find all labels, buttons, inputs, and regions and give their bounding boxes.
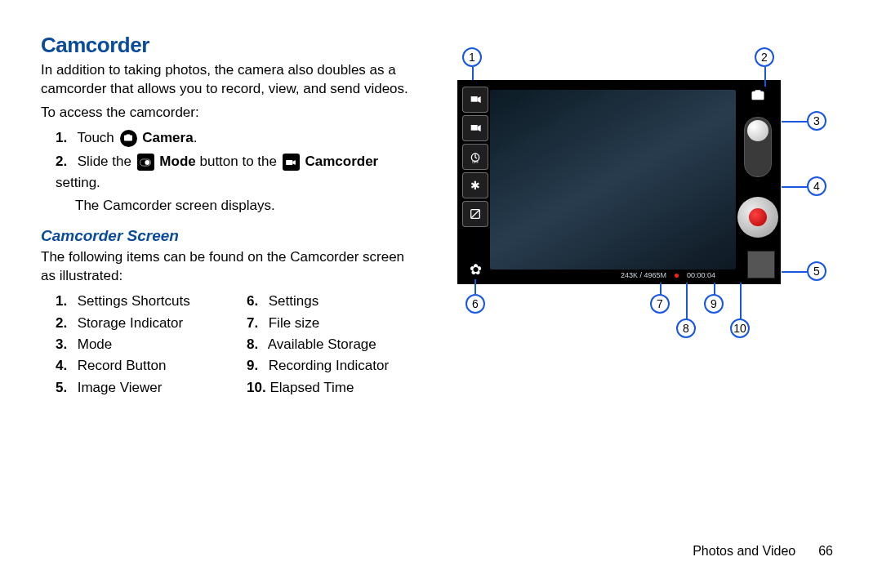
step-2-pre: Slide the bbox=[78, 154, 136, 169]
status-bar: 243K / 4965M 00:00:04 bbox=[621, 271, 715, 279]
shortcut-flash-icon bbox=[462, 115, 488, 141]
step-1-post: . bbox=[194, 130, 198, 145]
callout-3: 3 bbox=[807, 111, 826, 131]
shortcut-self-icon bbox=[462, 87, 488, 113]
svg-point-1 bbox=[145, 160, 150, 165]
svg-rect-2 bbox=[286, 160, 292, 165]
legend-item-10: 10. Elapsed Time bbox=[247, 377, 416, 399]
legend-item-4: 4. Record Button bbox=[56, 355, 225, 376]
lead-5 bbox=[782, 271, 808, 273]
legend-item-6: 6. Settings bbox=[247, 291, 416, 312]
lead-3 bbox=[782, 121, 808, 122]
intro-text: In addition to taking photos, the camera… bbox=[41, 61, 416, 99]
lead-4 bbox=[782, 186, 808, 188]
mode-slider bbox=[744, 117, 772, 177]
image-viewer-thumb bbox=[748, 252, 774, 278]
step-result: The Camcorder screen displays. bbox=[75, 198, 416, 214]
file-size-text: 243K / 4965M bbox=[621, 271, 666, 279]
callout-4: 4 bbox=[807, 176, 826, 196]
settings-gear-icon: ✿ bbox=[466, 260, 485, 279]
mode-icon bbox=[137, 154, 154, 171]
viewfinder bbox=[490, 90, 736, 270]
lead-2 bbox=[764, 67, 766, 87]
callout-5: 5 bbox=[807, 261, 826, 281]
legend-item-5: 5. Image Viewer bbox=[56, 377, 225, 399]
callout-10: 10 bbox=[730, 318, 750, 338]
step-2-camcorder: Camcorder bbox=[305, 154, 378, 169]
step-2: 2. Slide the Mode button to the Camcorde… bbox=[56, 151, 416, 193]
lead-10 bbox=[740, 283, 742, 320]
legend-item-2: 2. Storage Indicator bbox=[56, 313, 225, 334]
screen-intro: The following items can be found on the … bbox=[41, 248, 416, 286]
elapsed-time-text: 00:00:04 bbox=[687, 271, 715, 279]
camera-icon bbox=[120, 130, 137, 147]
footer-section: Photos and Video bbox=[693, 544, 795, 559]
svg-text:OFF: OFF bbox=[472, 160, 479, 163]
shortcut-whitebalance-icon: ✱ bbox=[462, 172, 488, 198]
callout-1: 1 bbox=[462, 47, 482, 67]
record-dot-icon bbox=[749, 208, 767, 226]
step-1: 1. Touch Camera. bbox=[56, 127, 416, 149]
callout-9: 9 bbox=[704, 294, 724, 314]
step-1-pre: Touch bbox=[77, 130, 118, 145]
step-1-bold: Camera bbox=[142, 130, 193, 145]
shortcut-timer-icon: OFF bbox=[462, 144, 488, 170]
page-title: Camcorder bbox=[41, 33, 416, 58]
section-subtitle: Camcorder Screen bbox=[41, 227, 416, 245]
recording-indicator-icon bbox=[675, 274, 679, 278]
mode-knob bbox=[747, 120, 768, 141]
step-2-post: setting. bbox=[56, 175, 100, 190]
legend-grid: 1. Settings Shortcuts 2. Storage Indicat… bbox=[56, 291, 416, 399]
callout-8: 8 bbox=[676, 318, 696, 338]
legend-item-1: 1. Settings Shortcuts bbox=[56, 291, 225, 312]
callout-7: 7 bbox=[650, 294, 670, 314]
lead-8 bbox=[686, 283, 688, 320]
settings-shortcuts: OFF ✱ bbox=[462, 87, 488, 227]
storage-indicator-icon bbox=[751, 88, 765, 105]
camcorder-screenshot: OFF ✱ ✿ bbox=[457, 80, 781, 284]
footer-page-number: 66 bbox=[818, 544, 833, 559]
access-line: To access the camcorder: bbox=[41, 104, 416, 122]
lead-1 bbox=[472, 67, 474, 80]
legend-item-3: 3. Mode bbox=[56, 334, 225, 355]
callout-6: 6 bbox=[466, 294, 485, 314]
page-footer: Photos and Video 66 bbox=[693, 544, 833, 559]
callout-2: 2 bbox=[755, 47, 774, 67]
legend-item-8: 8. Available Storage bbox=[247, 334, 416, 355]
step-2-mode: Mode bbox=[159, 154, 195, 169]
lead-6 bbox=[474, 279, 476, 294]
step-2-mid: button to the bbox=[199, 154, 280, 169]
camcorder-icon bbox=[283, 154, 300, 171]
legend-item-9: 9. Recording Indicator bbox=[247, 355, 416, 376]
shortcut-exposure-icon bbox=[462, 201, 488, 227]
legend-item-7: 7. File size bbox=[247, 313, 416, 334]
record-button bbox=[737, 197, 778, 238]
